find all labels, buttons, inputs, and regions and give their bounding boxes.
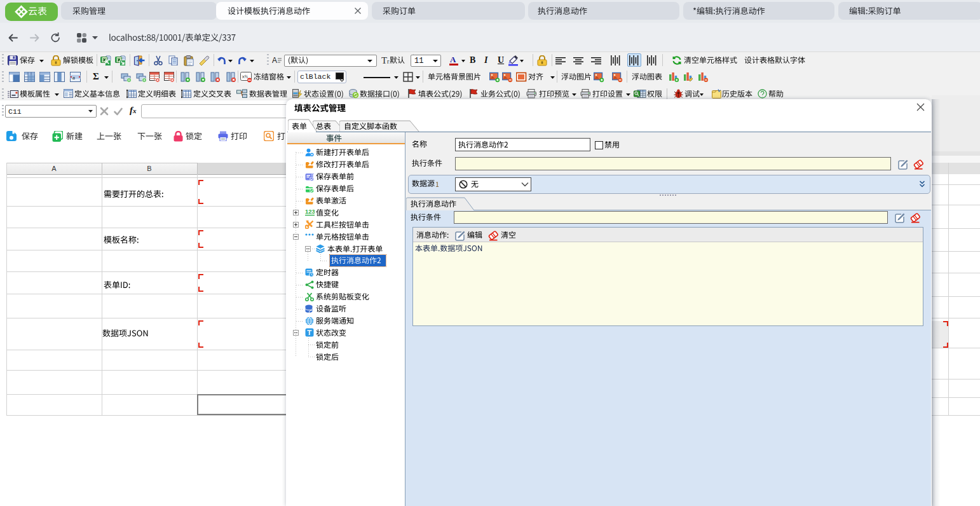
- svg-text:A: A: [450, 55, 456, 64]
- svg-text:A: A: [272, 56, 277, 65]
- svg-text:123: 123: [305, 208, 315, 215]
- svg-text:T: T: [381, 55, 387, 65]
- svg-text:a: a: [72, 74, 75, 81]
- svg-text:x½: x½: [242, 74, 248, 79]
